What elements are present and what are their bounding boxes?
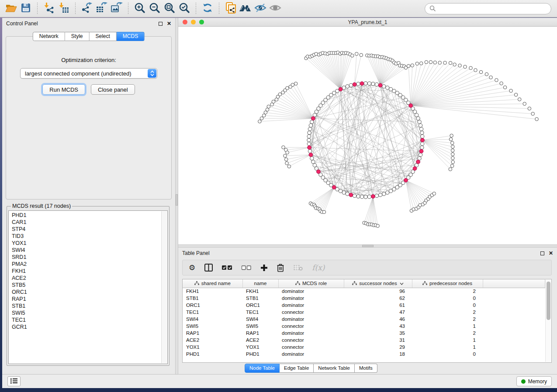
network-node[interactable] bbox=[479, 70, 483, 74]
network-graph[interactable] bbox=[178, 27, 557, 244]
network-node[interactable] bbox=[464, 65, 467, 69]
zoom-in-button[interactable] bbox=[132, 2, 147, 16]
network-node[interactable] bbox=[382, 192, 386, 196]
network-node[interactable] bbox=[342, 191, 346, 194]
network-node[interactable] bbox=[262, 114, 266, 117]
tab-network-table[interactable]: Network Table bbox=[314, 364, 355, 373]
network-node[interactable] bbox=[286, 151, 289, 155]
network-node[interactable] bbox=[376, 224, 380, 228]
table-cell[interactable]: ACE2 bbox=[242, 337, 278, 344]
table-cell[interactable]: FKH1 bbox=[183, 288, 242, 295]
mcds-network-node[interactable] bbox=[416, 160, 420, 164]
network-node[interactable] bbox=[286, 86, 289, 90]
refresh-button[interactable] bbox=[200, 2, 215, 16]
table-cell[interactable]: 47 bbox=[344, 309, 412, 316]
network-node[interactable] bbox=[425, 60, 428, 64]
table-cell[interactable]: dominator bbox=[278, 288, 344, 295]
network-node[interactable] bbox=[346, 192, 349, 196]
network-node[interactable] bbox=[308, 149, 311, 153]
network-node[interactable] bbox=[495, 79, 498, 82]
mcds-network-node[interactable] bbox=[308, 146, 311, 150]
network-node[interactable] bbox=[450, 134, 453, 138]
float-panel-icon[interactable] bbox=[540, 251, 544, 255]
export-image-button[interactable] bbox=[109, 2, 124, 16]
table-row[interactable]: PHD1PHD1dominator180 bbox=[183, 351, 545, 358]
save-button[interactable] bbox=[18, 2, 33, 16]
horizontal-splitter[interactable] bbox=[178, 244, 557, 248]
network-node[interactable] bbox=[535, 117, 539, 121]
tab-style[interactable]: Style bbox=[65, 32, 90, 41]
network-node[interactable] bbox=[489, 76, 493, 79]
network-node[interactable] bbox=[342, 86, 346, 89]
network-node[interactable] bbox=[419, 62, 423, 65]
table-cell[interactable]: YOX1 bbox=[183, 344, 242, 351]
network-node[interactable] bbox=[346, 85, 349, 88]
network-node[interactable] bbox=[503, 86, 507, 89]
network-node[interactable] bbox=[438, 61, 442, 65]
network-node[interactable] bbox=[395, 91, 399, 95]
table-cell[interactable]: 1 bbox=[412, 344, 483, 351]
network-node[interactable] bbox=[443, 61, 447, 65]
network-node[interactable] bbox=[413, 110, 416, 113]
table-cell[interactable]: 2 bbox=[412, 316, 483, 323]
mcds-network-node[interactable] bbox=[409, 103, 413, 107]
network-node[interactable] bbox=[469, 66, 473, 70]
mcds-network-node[interactable] bbox=[419, 149, 423, 153]
delete-table-button[interactable] bbox=[293, 262, 303, 273]
network-node[interactable] bbox=[421, 142, 424, 145]
table-cell[interactable]: 35 bbox=[344, 330, 412, 337]
column-header[interactable]: MCDS role bbox=[278, 279, 344, 288]
mcds-network-node[interactable] bbox=[378, 83, 382, 87]
network-node[interactable] bbox=[420, 131, 424, 134]
network-node[interactable] bbox=[392, 187, 396, 191]
close-panel-button[interactable]: Close panel bbox=[91, 84, 135, 95]
network-node[interactable] bbox=[421, 134, 424, 138]
mcds-result-item[interactable]: PMA2 bbox=[12, 261, 167, 268]
table-cell[interactable]: 1 bbox=[412, 323, 483, 330]
table-cell[interactable]: 0 bbox=[412, 351, 483, 358]
table-cell[interactable]: SWI4 bbox=[242, 316, 278, 323]
mcds-result-item[interactable]: SWI4 bbox=[12, 247, 167, 254]
network-node[interactable] bbox=[386, 191, 389, 194]
mcds-network-node[interactable] bbox=[317, 170, 321, 174]
table-cell[interactable]: dominator bbox=[278, 295, 344, 302]
mcds-result-list[interactable]: PHD1CAR1STP4TID3YOX1SWI4SRD1PMA2FKH1ACE2… bbox=[8, 210, 168, 364]
table-cell[interactable]: TEC1 bbox=[242, 309, 278, 316]
network-node[interactable] bbox=[364, 195, 367, 199]
network-node[interactable] bbox=[420, 146, 424, 149]
table-cell[interactable]: dominator bbox=[278, 302, 344, 309]
table-cell[interactable]: SWI5 bbox=[183, 323, 242, 330]
mcds-result-item[interactable]: STB1 bbox=[12, 303, 167, 309]
network-node[interactable] bbox=[353, 194, 356, 197]
table-cell[interactable]: connector bbox=[278, 309, 344, 316]
column-header[interactable]: predecessor nodes bbox=[412, 279, 483, 288]
network-node[interactable] bbox=[310, 120, 314, 124]
network-node[interactable] bbox=[419, 127, 423, 131]
network-node[interactable] bbox=[317, 107, 320, 110]
network-node[interactable] bbox=[432, 192, 436, 196]
mcds-result-item[interactable]: TEC1 bbox=[12, 316, 167, 323]
network-node[interactable] bbox=[451, 153, 454, 156]
tab-edge-table[interactable]: Edge Table bbox=[280, 364, 314, 373]
table-cell[interactable]: 2 bbox=[412, 309, 483, 316]
network-node[interactable] bbox=[449, 138, 453, 141]
network-node[interactable] bbox=[307, 138, 311, 142]
search-input[interactable] bbox=[438, 6, 547, 12]
network-node[interactable] bbox=[315, 110, 318, 113]
show-all-button[interactable] bbox=[268, 2, 283, 16]
table-row[interactable]: TEC1TEC1connector472 bbox=[183, 309, 545, 316]
network-node[interactable] bbox=[474, 69, 477, 72]
table-cell[interactable]: 2 bbox=[412, 330, 483, 337]
mcds-network-node[interactable] bbox=[413, 167, 417, 171]
network-node[interactable] bbox=[356, 82, 360, 86]
table-cell[interactable]: RAP1 bbox=[242, 330, 278, 337]
tab-network[interactable]: Network bbox=[33, 32, 65, 41]
tab-node-table[interactable]: Node Table bbox=[245, 364, 280, 373]
mcds-result-item[interactable]: CAR1 bbox=[12, 219, 167, 226]
function-builder-button[interactable]: f(x) bbox=[312, 262, 325, 273]
network-node[interactable] bbox=[284, 154, 287, 158]
table-row[interactable]: SWI4SWI4dominator462 bbox=[183, 316, 545, 323]
table-row[interactable]: STB1STB1dominator620 bbox=[183, 295, 545, 302]
network-node[interactable] bbox=[371, 82, 375, 86]
table-cell[interactable]: 62 bbox=[344, 295, 412, 302]
